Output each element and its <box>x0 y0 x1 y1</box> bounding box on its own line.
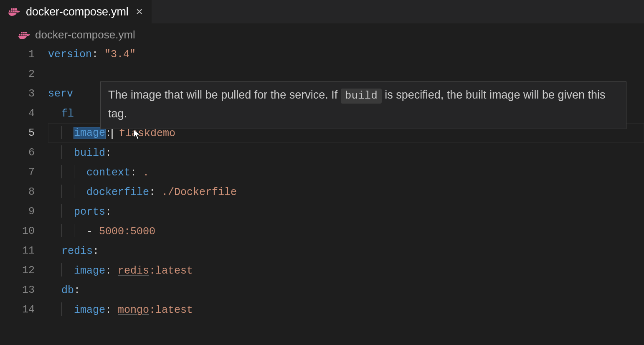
svg-rect-7 <box>19 34 20 36</box>
line-number: 7 <box>0 166 48 178</box>
svg-rect-9 <box>23 34 25 36</box>
svg-rect-2 <box>13 10 15 12</box>
line-number: 3 <box>0 88 48 100</box>
svg-rect-0 <box>9 10 10 12</box>
code-editor[interactable]: 1 version: "3.4" 2 3 serv The image that… <box>0 45 644 320</box>
code-line: 8 dockerfile: ./Dockerfile <box>0 182 644 202</box>
hover-code: build <box>341 89 382 104</box>
svg-rect-6 <box>15 8 17 10</box>
breadcrumb[interactable]: docker-compose.yml <box>0 23 644 45</box>
svg-rect-8 <box>21 34 23 36</box>
line-number: 9 <box>0 205 48 218</box>
tab-bar: docker-compose.yml × <box>0 0 644 23</box>
hover-text-pre: The image that will be pulled for the se… <box>108 89 341 101</box>
line-number: 4 <box>0 107 48 119</box>
svg-rect-4 <box>11 8 13 10</box>
line-number: 6 <box>0 147 48 159</box>
code-line: 7 context: . <box>0 162 644 182</box>
line-number: 1 <box>0 48 48 61</box>
line-number: 11 <box>0 245 48 257</box>
code-line: 2 <box>0 64 644 84</box>
line-number: 14 <box>0 304 48 316</box>
svg-rect-3 <box>15 10 17 12</box>
code-line: 9 ports: <box>0 202 644 221</box>
tab-docker-compose[interactable]: docker-compose.yml × <box>0 0 152 23</box>
code-line: 13 db: <box>0 280 644 300</box>
hover-tooltip[interactable]: The image that will be pulled for the se… <box>100 81 626 129</box>
code-line: 14 image: mongo:latest <box>0 300 644 320</box>
docker-icon <box>18 30 30 40</box>
line-number: 8 <box>0 186 48 198</box>
code-line: 3 serv The image that will be pulled for… <box>0 84 644 104</box>
tab-title: docker-compose.yml <box>26 5 128 18</box>
svg-rect-1 <box>11 10 13 12</box>
line-number: 2 <box>0 68 48 80</box>
code-line: 11 redis: <box>0 241 644 261</box>
breadcrumb-title: docker-compose.yml <box>35 28 135 41</box>
code-line: 1 version: "3.4" <box>0 45 644 64</box>
line-number: 12 <box>0 264 48 277</box>
code-line: 6 build: <box>0 143 644 162</box>
code-line: 12 image: redis:latest <box>0 261 644 280</box>
line-number: 5 <box>0 127 48 139</box>
close-icon[interactable]: × <box>134 6 144 18</box>
line-number: 13 <box>0 284 48 296</box>
svg-rect-12 <box>23 32 25 33</box>
svg-rect-5 <box>13 8 15 10</box>
code-line: 10 - 5000:5000 <box>0 221 644 241</box>
line-number: 10 <box>0 225 48 237</box>
svg-rect-13 <box>25 32 27 33</box>
docker-icon <box>8 7 20 16</box>
svg-rect-10 <box>25 34 27 36</box>
svg-rect-11 <box>21 32 23 33</box>
